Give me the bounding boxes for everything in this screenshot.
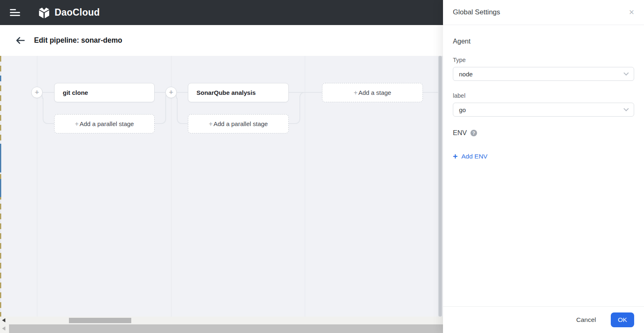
env-section-title: ENV <box>453 129 467 137</box>
label-select-value: go <box>459 106 466 113</box>
canvas-vertical-scrollbar[interactable] <box>438 56 442 317</box>
page-title: Edit pipeline: sonar-demo <box>34 36 122 45</box>
daocloud-logo-icon <box>38 6 50 19</box>
panel-footer: Cancel OK <box>443 306 644 333</box>
plus-icon: + <box>75 120 79 128</box>
brand: DaoCloud <box>38 6 100 19</box>
horizontal-scroll-thumb[interactable] <box>69 318 131 323</box>
type-select-value: node <box>459 71 473 78</box>
global-settings-panel: Global Settings × Agent Type node label … <box>443 0 644 333</box>
add-parallel-stage-button[interactable]: + Add a parallel stage <box>54 114 155 133</box>
chevron-down-icon <box>623 70 629 76</box>
add-parallel-stage-label: Add a parallel stage <box>80 120 134 127</box>
add-stage-button[interactable]: + Add a stage <box>322 83 423 102</box>
panel-body: Agent Type node label go ENV ? + Add ENV <box>443 25 644 161</box>
page-header: Edit pipeline: sonar-demo <box>0 25 443 56</box>
branch-connector <box>289 98 300 124</box>
stage-label: SonarQube analysis <box>196 89 256 96</box>
insert-stage-button[interactable]: + <box>165 87 177 98</box>
column-line <box>305 56 305 317</box>
add-env-label: Add ENV <box>461 153 488 160</box>
plus-icon: + <box>209 120 212 128</box>
branch-connector <box>155 98 166 124</box>
agent-section-title: Agent <box>453 37 634 45</box>
type-select[interactable]: node <box>453 67 634 81</box>
chevron-down-icon <box>623 106 629 111</box>
scroll-left-icon[interactable] <box>2 326 5 331</box>
top-navbar: DaoCloud <box>0 0 443 25</box>
canvas-horizontal-scrollbar[interactable] <box>0 317 443 324</box>
scroll-left-icon[interactable] <box>2 318 5 322</box>
plus-icon: + <box>34 88 39 96</box>
help-icon[interactable]: ? <box>470 130 477 136</box>
pipeline-canvas: + + git clone SonarQube analysis + Add a… <box>0 56 443 317</box>
stage-card-sonarqube-analysis[interactable]: SonarQube analysis <box>188 83 289 102</box>
label-select[interactable]: go <box>453 103 634 117</box>
panel-title: Global Settings <box>453 8 500 16</box>
back-arrow-icon[interactable] <box>16 37 25 44</box>
plus-icon: + <box>354 89 357 96</box>
type-field-label: Type <box>453 57 634 63</box>
horizontal-scroll-thumb[interactable] <box>9 324 443 333</box>
add-parallel-stage-button[interactable]: + Add a parallel stage <box>188 114 289 133</box>
plus-icon: + <box>169 88 173 96</box>
menu-toggle-icon[interactable] <box>10 7 20 18</box>
label-field-label: label <box>453 92 634 99</box>
branch-connector <box>177 98 188 124</box>
close-icon[interactable]: × <box>629 8 634 17</box>
vertical-scroll-thumb[interactable] <box>438 56 442 317</box>
branch-connector <box>299 92 305 99</box>
cancel-button[interactable]: Cancel <box>576 316 596 324</box>
panel-header: Global Settings × <box>443 0 644 25</box>
page-horizontal-scrollbar[interactable] <box>0 324 443 333</box>
brand-name: DaoCloud <box>55 7 100 18</box>
add-stage-label: Add a stage <box>359 89 391 96</box>
branch-connector <box>43 98 54 124</box>
stage-card-git-clone[interactable]: git clone <box>54 83 155 102</box>
ok-button[interactable]: OK <box>611 312 634 327</box>
add-parallel-stage-label: Add a parallel stage <box>213 120 268 127</box>
stage-label: git clone <box>63 89 88 96</box>
add-env-button[interactable]: + Add ENV <box>453 152 634 161</box>
plus-icon: + <box>453 152 458 161</box>
insert-stage-button[interactable]: + <box>31 87 43 98</box>
